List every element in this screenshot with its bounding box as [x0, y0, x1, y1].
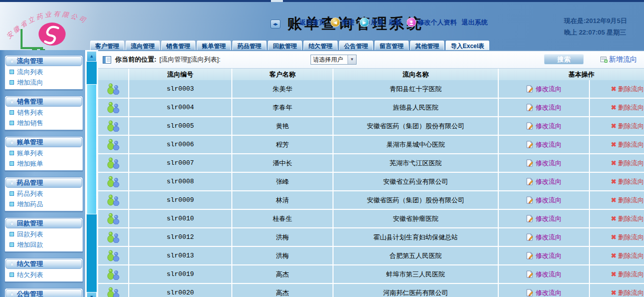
edit-flow-link[interactable]: 修改流向: [526, 288, 562, 297]
refresh-link[interactable]: 刷新: [389, 18, 402, 27]
scrollbar-track-top[interactable]: [87, 62, 97, 84]
delete-flow-link[interactable]: ✖ 删除流向: [611, 140, 644, 149]
home-link[interactable]: 返回首页: [299, 18, 326, 27]
delete-x-icon: ✖: [611, 85, 616, 93]
delete-flow-link[interactable]: ✖ 删除流向: [611, 214, 644, 223]
chevron-down-icon[interactable]: ▼: [348, 55, 356, 64]
sidebar-section-header[interactable]: ★销售管理: [6, 97, 82, 107]
forward-arrow-icon[interactable]: ◀: [331, 18, 340, 27]
edit-flow-link[interactable]: 修改流向: [526, 122, 562, 131]
flow-name-cell: 河南邦仁医药有限公司: [334, 284, 499, 297]
edit-flow-link[interactable]: 修改流向: [526, 140, 562, 149]
delete-flow-link[interactable]: ✖ 删除流向: [611, 159, 644, 168]
edit-flow-link[interactable]: 修改流向: [526, 159, 562, 168]
edit-cell: 修改流向: [499, 247, 590, 264]
flow-name-cell: 安徽省立药业有限公司: [334, 173, 499, 190]
delete-flow-link[interactable]: ✖ 删除流向: [611, 122, 644, 131]
users-icon: [107, 287, 120, 297]
users-icon: [107, 231, 120, 243]
sidebar-section-title: 流向管理: [17, 57, 43, 66]
delete-flow-link[interactable]: ✖ 删除流向: [611, 196, 644, 205]
sidebar-item[interactable]: 回款列表: [5, 229, 83, 239]
sidebar-scrollbar: ▲ ▼: [85, 50, 98, 297]
delete-flow-link[interactable]: ✖ 删除流向: [611, 177, 644, 186]
edit-pencil-icon: [526, 252, 533, 259]
scrollbar-up-button[interactable]: ▲: [87, 51, 97, 62]
header-operations: 基本操作: [499, 69, 644, 80]
square-bullet-icon: [10, 110, 14, 115]
sidebar-section-header[interactable]: ★回款管理: [6, 218, 82, 228]
flow-name-cell: 安徽省医药（集团）股份有限公司: [334, 117, 499, 135]
flow-id-cell: slr0019: [129, 265, 232, 283]
sidebar-item[interactable]: 账单列表: [5, 148, 83, 158]
scrollbar-down-button[interactable]: ▼: [87, 292, 97, 297]
delete-flow-link[interactable]: ✖ 删除流向: [611, 233, 644, 242]
sidebar-section-header[interactable]: ★公告管理: [6, 289, 82, 297]
table-row: slr0007 潘中长 芜湖市弋江区医院 修改流向 ✖ 删除流向: [98, 154, 644, 173]
logout-link[interactable]: 退出系统: [462, 18, 488, 27]
sidebar-section-title: 结欠管理: [17, 259, 43, 268]
delete-x-icon: ✖: [611, 215, 616, 222]
edit-flow-link[interactable]: 修改流向: [526, 270, 562, 279]
sidebar-item[interactable]: 增加药品: [5, 199, 83, 209]
delete-cell: ✖ 删除流向: [590, 247, 644, 264]
edit-flow-link[interactable]: 修改流向: [526, 85, 562, 94]
edit-flow-link[interactable]: 修改流向: [526, 103, 562, 112]
delete-x-icon: ✖: [611, 289, 616, 296]
flow-id-cell: slr0008: [129, 173, 232, 190]
back-arrow-icon[interactable]: ▶: [360, 18, 369, 27]
sidebar-item-label: 增加回款: [17, 240, 43, 249]
body-row: ★流向管理流向列表增加流向★销售管理销售列表增加销售★账单管理账单列表增加账单★…: [0, 50, 644, 297]
table-row: slr0013 洪梅 合肥第五人民医院 修改流向 ✖ 删除流向: [98, 247, 644, 265]
forward-link[interactable]: 前进: [342, 18, 355, 27]
delete-flow-link[interactable]: ✖ 删除流向: [611, 288, 644, 297]
delete-flow-link[interactable]: ✖ 删除流向: [611, 251, 644, 260]
add-flow-link[interactable]: 新增流向: [600, 55, 637, 64]
sidebar-item[interactable]: 增加流向: [5, 77, 83, 88]
edit-flow-link[interactable]: 修改流向: [526, 196, 562, 205]
flow-name-cell: 霍山县计划生育妇幼保健总站: [334, 228, 499, 246]
edit-flow-link[interactable]: 修改流向: [526, 233, 562, 242]
flow-name-cell: 旌德县人民医院: [334, 99, 499, 116]
table-row: slr0019 高杰 蚌埠市第三人民医院 修改流向 ✖ 删除流向: [98, 265, 644, 284]
square-bullet-icon: [10, 202, 14, 206]
flow-name-cell: 安徽省医药（集团）股份有限公司: [334, 191, 499, 209]
title-arrows-icon[interactable]: ◂▸: [270, 20, 280, 29]
delete-flow-link[interactable]: ✖ 删除流向: [611, 103, 644, 112]
search-button[interactable]: 搜索: [544, 54, 584, 65]
edit-pencil-icon: [526, 85, 533, 93]
profile-person-icon[interactable]: [407, 18, 416, 27]
users-icon: [107, 250, 120, 261]
sidebar-item[interactable]: 增加销售: [5, 118, 83, 128]
scrollbar-thumb[interactable]: [87, 84, 97, 214]
scrollbar-track-bottom[interactable]: [87, 214, 97, 292]
app-header: 安徽省立药业有限公司 ◂▸ 账单查询管理系统 返回首页 ◀ 前进 ▶ 后退 刷新…: [0, 2, 644, 50]
user-select-dropdown[interactable]: 请选择用户 ▼: [310, 55, 357, 65]
flow-id-cell: slr0007: [129, 154, 232, 172]
sidebar-item[interactable]: 销售列表: [5, 107, 83, 118]
row-icon-cell: [98, 173, 129, 190]
profile-link[interactable]: 修改个人资料: [418, 18, 457, 27]
sidebar-section-header[interactable]: ★药品管理: [6, 178, 82, 188]
customer-cell: 潘中长: [232, 154, 334, 172]
sidebar-section-header[interactable]: ★结欠管理: [6, 259, 82, 269]
sidebar-item[interactable]: 增加账单: [5, 158, 83, 169]
users-icon: [107, 139, 120, 150]
edit-cell: 修改流向: [499, 284, 590, 297]
sidebar-item[interactable]: 药品列表: [5, 188, 83, 199]
sidebar-section-title: 药品管理: [17, 178, 43, 187]
sidebar-item[interactable]: 增加回款: [5, 239, 83, 250]
sidebar-section-header[interactable]: ★账单管理: [6, 137, 82, 147]
delete-flow-link[interactable]: ✖ 删除流向: [611, 85, 644, 94]
sidebar-section-header[interactable]: ★流向管理: [6, 56, 82, 66]
edit-pencil-icon: [526, 122, 533, 130]
sidebar-item[interactable]: 结欠列表: [5, 269, 83, 280]
edit-flow-link[interactable]: 修改流向: [526, 214, 562, 223]
table-header-row: 流向编号 客户名称 流向名称 基本操作: [98, 69, 644, 80]
back-link[interactable]: 后退: [371, 18, 384, 27]
delete-flow-link[interactable]: ✖ 删除流向: [611, 270, 644, 279]
flow-id-cell: slr0005: [129, 117, 232, 135]
edit-flow-link[interactable]: 修改流向: [526, 251, 562, 260]
sidebar-item[interactable]: 流向列表: [5, 67, 83, 77]
edit-flow-link[interactable]: 修改流向: [526, 177, 562, 186]
